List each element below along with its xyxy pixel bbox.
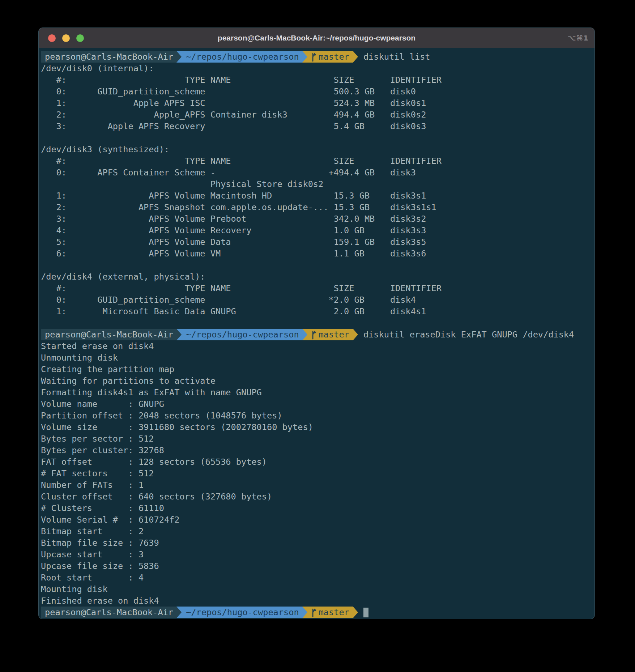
terminal-content[interactable]: pearson@Carls-MacBook-Air ~/repos/hugo-c… xyxy=(39,48,594,619)
prompt-line-1: pearson@Carls-MacBook-Air ~/repos/hugo-c… xyxy=(41,51,592,63)
window-title: pearson@Carls-MacBook-Air:~/repos/hugo-c… xyxy=(39,34,594,42)
prompt-cwd: ~/repos/hugo-cwpearson xyxy=(182,329,302,340)
prompt-line-2: pearson@Carls-MacBook-Air ~/repos/hugo-c… xyxy=(41,329,592,340)
prompt-git-branch: master xyxy=(319,329,349,340)
erase-output: Started erase on disk4 Unmounting disk C… xyxy=(41,340,592,607)
powerline-arrow-icon xyxy=(302,607,307,618)
git-branch-icon xyxy=(310,52,318,62)
powerline-arrow-icon xyxy=(302,51,307,63)
keyboard-shortcut-badge: ⌥⌘1 xyxy=(567,28,589,48)
prompt-cwd: ~/repos/hugo-cwpearson xyxy=(182,51,302,63)
prompt-user-host: pearson@Carls-MacBook-Air xyxy=(41,51,176,63)
prompt-git-segment: master xyxy=(307,51,353,63)
git-branch-icon xyxy=(310,608,318,617)
powerline-arrow-icon xyxy=(353,607,358,618)
powerline-arrow-icon xyxy=(353,51,358,63)
powerline-arrow-icon xyxy=(353,329,358,340)
prompt-git-segment: master xyxy=(307,329,353,340)
powerline-arrow-icon xyxy=(176,607,182,618)
powerline-arrow-icon xyxy=(302,329,307,340)
terminal-window: pearson@Carls-MacBook-Air:~/repos/hugo-c… xyxy=(38,27,595,619)
titlebar[interactable]: pearson@Carls-MacBook-Air:~/repos/hugo-c… xyxy=(39,28,594,48)
git-branch-icon xyxy=(310,330,318,340)
text-cursor[interactable] xyxy=(363,608,368,617)
powerline-arrow-icon xyxy=(176,51,182,63)
prompt-cwd: ~/repos/hugo-cwpearson xyxy=(182,607,302,618)
prompt-git-branch: master xyxy=(319,607,349,618)
prompt-user-host: pearson@Carls-MacBook-Air xyxy=(41,329,176,340)
prompt-user-host: pearson@Carls-MacBook-Air xyxy=(41,607,176,618)
prompt-git-branch: master xyxy=(319,51,349,63)
command-text-1: diskutil list xyxy=(363,51,430,63)
command-text-2: diskutil eraseDisk ExFAT GNUPG /dev/disk… xyxy=(363,329,574,340)
diskutil-list-output: /dev/disk0 (internal): #: TYPE NAME SIZE… xyxy=(41,63,592,317)
prompt-git-segment: master xyxy=(307,607,353,618)
prompt-line-3: pearson@Carls-MacBook-Air ~/repos/hugo-c… xyxy=(41,607,592,618)
powerline-arrow-icon xyxy=(176,329,182,340)
